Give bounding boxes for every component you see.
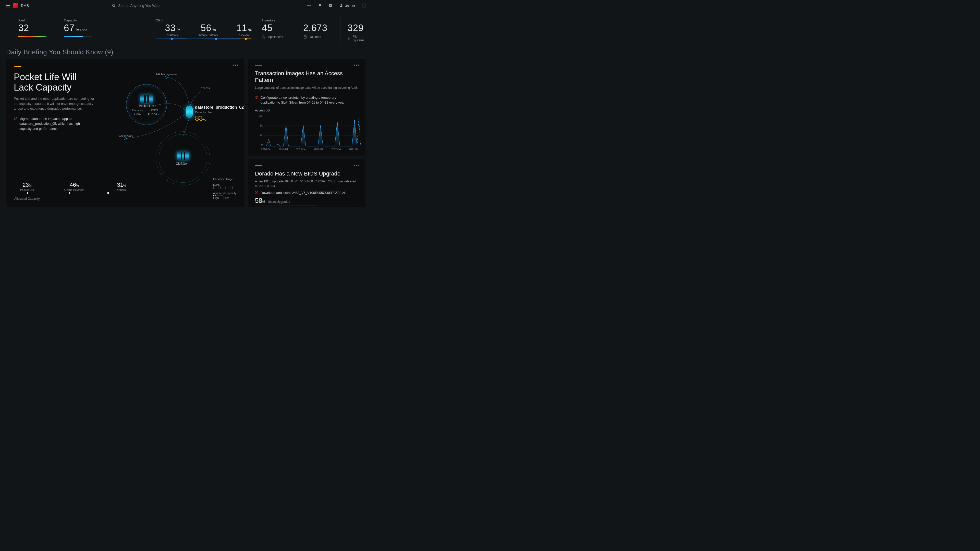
accent-bar bbox=[14, 66, 21, 67]
stat-volumes: 2,673 Volumes bbox=[296, 18, 328, 42]
action-marker-icon bbox=[14, 117, 17, 120]
stat-label: IOPS bbox=[155, 18, 162, 22]
node-label: Credit Card bbox=[119, 134, 133, 137]
stat-iops: IOPS 33%< 60,000 56%60,000 - 90,000 11%>… bbox=[155, 18, 262, 39]
action-text: Configurate a new prefetch by creating a… bbox=[261, 95, 352, 105]
storage-icon bbox=[177, 152, 189, 160]
svg-line-7 bbox=[308, 4, 308, 5]
svg-point-0 bbox=[113, 4, 115, 6]
notes-icon[interactable] bbox=[328, 3, 332, 8]
svg-point-15 bbox=[304, 35, 307, 37]
svg-point-2 bbox=[308, 5, 310, 6]
stat-filesystems: 329 File Systems bbox=[340, 18, 366, 42]
node-name: CMBOA bbox=[176, 162, 187, 165]
user-menu[interactable]: Jasper bbox=[339, 3, 355, 8]
allocation-panel: 23%Pocket Life 46%Online Payment 31%Othe… bbox=[14, 182, 236, 200]
diagram-legend: Capacity Usage IOPS| | | | | | | | | | A… bbox=[213, 178, 236, 200]
card-access-pattern: ••• Transaction Images Has an Access Pat… bbox=[248, 59, 366, 156]
card-title: Dorado Has a New BIOS Upgrade bbox=[255, 170, 358, 177]
search-icon bbox=[112, 3, 116, 8]
briefing-title: Daily Briefing You Should Know (9) bbox=[0, 44, 372, 59]
logo bbox=[13, 3, 18, 8]
bell-icon[interactable] bbox=[318, 3, 322, 8]
hamburger-menu[interactable] bbox=[6, 4, 10, 7]
card-bios-upgrade: ••• Dorado Has a New BIOS Upgrade A new … bbox=[248, 159, 366, 207]
action-text: Migrate data of the impacted app to data… bbox=[19, 116, 83, 131]
appliances-icon bbox=[262, 35, 266, 39]
search-box[interactable] bbox=[112, 3, 224, 8]
card-title: Transaction Images Has an Access Pattern bbox=[255, 70, 358, 83]
search-input[interactable] bbox=[118, 3, 224, 8]
brand-name: DMS bbox=[21, 3, 29, 8]
stat-alert: Alert 32 bbox=[18, 18, 64, 37]
datastore-name: datastore_production_02 bbox=[195, 105, 244, 110]
stat-label: Inventory bbox=[262, 18, 283, 22]
user-icon bbox=[339, 3, 343, 8]
stat-label: Capacity bbox=[64, 18, 92, 22]
card-desc: Large amounts of transaction image data … bbox=[255, 86, 358, 90]
more-icon[interactable]: ••• bbox=[353, 63, 360, 68]
progress-bar bbox=[255, 206, 358, 206]
volumes-icon bbox=[303, 35, 307, 39]
topology-diagram: HR Management IT Process Credit Card Poc… bbox=[113, 66, 246, 179]
access-chart: Access I/O 12k 8k 4k 0 bbox=[255, 109, 358, 151]
more-icon[interactable]: ••• bbox=[353, 163, 360, 168]
accent-bar bbox=[255, 65, 262, 65]
node-dot bbox=[165, 76, 167, 79]
card-capacity-briefing: ••• Pocket Life Will Lack Capacity Pocke… bbox=[6, 59, 245, 206]
stat-value: 32 bbox=[18, 23, 64, 33]
node-name: Pocket Life bbox=[127, 104, 166, 108]
stat-capacity: Capacity 67 % Used bbox=[64, 18, 92, 37]
action-text: Download and install 2488_V5_V100R005C00… bbox=[261, 190, 347, 195]
node-dot bbox=[200, 90, 203, 92]
loading-icon bbox=[362, 3, 366, 8]
stat-label: Alert bbox=[18, 18, 64, 22]
stat-value: 45 bbox=[262, 23, 283, 33]
user-name: Jasper bbox=[345, 4, 355, 8]
card-desc: Pocket Life and the other application ar… bbox=[14, 96, 95, 111]
node-label: IT Process bbox=[197, 86, 210, 89]
progress-label: Users Upgraded bbox=[268, 200, 290, 203]
chart-title: Access I/O bbox=[255, 109, 358, 112]
datastore-sub: Capacity Used bbox=[195, 111, 244, 114]
svg-point-14 bbox=[340, 4, 342, 6]
svg-line-1 bbox=[115, 6, 115, 7]
action-marker-icon bbox=[255, 191, 258, 194]
stat-value: 329 bbox=[348, 23, 366, 33]
accent-bar bbox=[255, 165, 262, 166]
action-marker-icon bbox=[255, 96, 258, 99]
datastore-icon bbox=[186, 106, 192, 118]
card-desc: A new BIOS upgrade 18800_V6_V100R005C00S… bbox=[255, 179, 358, 188]
svg-rect-16 bbox=[348, 38, 348, 38]
card-title: Pocket Life Will Lack Capacity bbox=[14, 72, 95, 93]
stat-value: 67 bbox=[64, 23, 75, 33]
theme-icon[interactable] bbox=[307, 3, 311, 8]
node-dot bbox=[124, 138, 127, 140]
svg-rect-17 bbox=[348, 39, 348, 39]
stat-inventory: Inventory 45 Appliances bbox=[262, 18, 283, 42]
filesystem-icon bbox=[348, 37, 351, 41]
svg-rect-13 bbox=[330, 5, 331, 6]
stat-value: 2,673 bbox=[303, 23, 328, 33]
svg-line-10 bbox=[310, 4, 310, 5]
allocation-label: Allocated Capacity bbox=[14, 197, 236, 200]
node-label: HR Management bbox=[156, 73, 177, 76]
storage-icon bbox=[140, 95, 153, 103]
